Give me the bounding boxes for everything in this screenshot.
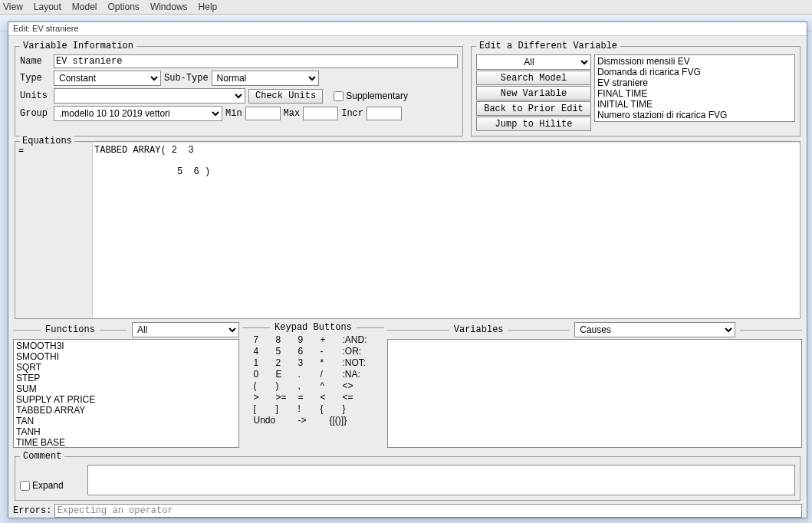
units-select[interactable] — [54, 88, 245, 104]
key-7[interactable]: 7 — [254, 334, 275, 345]
key-le[interactable]: <= — [343, 392, 373, 403]
group-label: Group — [20, 108, 51, 119]
list-item[interactable]: STEP — [15, 373, 238, 383]
key-or[interactable]: :OR: — [343, 346, 373, 357]
list-item[interactable]: SMOOTH3I — [15, 340, 238, 351]
subtype-select[interactable]: Normal — [212, 71, 319, 86]
list-item[interactable]: FINAL TIME — [596, 88, 794, 99]
key-3[interactable]: 3 — [298, 357, 320, 368]
key-star[interactable]: * — [321, 357, 342, 368]
menu-options[interactable]: Options — [108, 2, 140, 12]
key-eq[interactable]: = — [298, 392, 320, 403]
list-item[interactable]: SMOOTHI — [15, 351, 238, 362]
check-units-button[interactable]: Check Units — [248, 89, 323, 104]
list-item[interactable]: SQRT — [15, 362, 238, 373]
key-1[interactable]: 1 — [254, 357, 275, 368]
menu-windows[interactable]: Windows — [150, 2, 188, 12]
key-na[interactable]: :NA: — [343, 369, 373, 380]
incr-input[interactable] — [367, 107, 402, 120]
back-prior-edit-button[interactable]: Back to Prior Edit — [476, 101, 591, 116]
menu-view[interactable]: View — [3, 2, 23, 12]
units-label: Units — [20, 90, 51, 101]
type-select[interactable]: Constant — [54, 71, 161, 86]
key-rparen[interactable]: ) — [276, 380, 298, 391]
editdiff-filter-select[interactable]: All — [476, 54, 591, 70]
jump-hilite-button[interactable]: Jump to Hilite — [476, 117, 591, 131]
comment-fieldset: Comment Expand — [15, 451, 800, 501]
equations-textarea[interactable]: TABBED ARRAY( 2 3 5 6 ) — [92, 143, 800, 318]
list-item[interactable]: Dismissioni mensili EV — [596, 56, 794, 67]
functions-panel: Functions All SMOOTH3I SMOOTHI SQRT STEP… — [13, 322, 239, 448]
key-lbracket[interactable]: [ — [254, 403, 275, 414]
list-item[interactable]: EV straniere — [596, 77, 794, 88]
comment-textarea[interactable] — [87, 465, 795, 495]
key-5[interactable]: 5 — [276, 346, 298, 357]
list-item[interactable]: Numero stazioni di ricarica FVG — [596, 110, 794, 120]
max-label: Max — [284, 108, 301, 119]
min-input[interactable] — [245, 107, 281, 120]
variable-list[interactable]: Dismissioni mensili EV Domanda di ricari… — [594, 54, 795, 122]
menu-model[interactable]: Model — [72, 2, 97, 12]
edit-window: Edit: EV straniere Variable Information … — [8, 21, 807, 518]
functions-list[interactable]: SMOOTH3I SMOOTHI SQRT STEP SUM SUPPLY AT… — [13, 339, 239, 448]
group-select[interactable]: .modello 10 10 2019 vettori — [54, 106, 222, 121]
list-item[interactable]: TANH — [15, 426, 238, 437]
subtype-label: Sub-Type — [164, 73, 209, 84]
menu-layout[interactable]: Layout — [34, 2, 61, 12]
key-6[interactable]: 6 — [298, 346, 320, 357]
key-gt[interactable]: > — [254, 392, 275, 403]
key-rbrace[interactable]: } — [343, 403, 373, 414]
variable-information-fieldset: Variable Information Name Type Constant … — [15, 41, 463, 137]
key-2[interactable]: 2 — [276, 357, 298, 368]
key-rbracket[interactable]: ] — [276, 403, 298, 414]
key-ne[interactable]: <> — [343, 380, 373, 391]
list-item[interactable]: INITIAL TIME — [596, 99, 794, 110]
list-item[interactable]: TIME BASE — [15, 437, 238, 448]
causes-list[interactable] — [387, 339, 802, 448]
expand-checkbox[interactable]: Expand — [20, 480, 64, 491]
key-comma[interactable]: , — [298, 380, 320, 391]
keypad-panel: Keypad Buttons 789+:AND: 456-:OR: 123*:N… — [242, 322, 384, 448]
key-e[interactable]: E — [276, 369, 298, 380]
expand-check-input[interactable] — [20, 481, 30, 491]
key-lt[interactable]: < — [321, 392, 342, 403]
key-4[interactable]: 4 — [254, 346, 275, 357]
supplementary-check-input[interactable] — [334, 91, 344, 101]
list-item[interactable]: SUPPLY AT PRICE — [15, 394, 238, 405]
key-lbrace[interactable]: { — [321, 403, 342, 414]
max-input[interactable] — [303, 107, 338, 120]
variables-filter-select[interactable]: Causes — [574, 322, 735, 337]
type-label: Type — [20, 73, 51, 84]
key-0[interactable]: 0 — [254, 369, 275, 380]
edit-different-legend: Edit a Different Variable — [476, 41, 620, 51]
braces-button[interactable]: {[()]} — [330, 415, 373, 426]
supplementary-checkbox[interactable]: Supplementary — [334, 90, 408, 101]
menu-help[interactable]: Help — [199, 2, 218, 12]
search-model-button[interactable]: Search Model — [476, 71, 591, 85]
equations-sign: = — [15, 143, 92, 318]
functions-filter-select[interactable]: All — [132, 322, 239, 337]
key-not[interactable]: :NOT: — [343, 357, 373, 368]
key-plus[interactable]: + — [321, 334, 342, 345]
undo-button[interactable]: Undo — [254, 415, 298, 426]
key-bang[interactable]: ! — [298, 403, 320, 414]
key-and[interactable]: :AND: — [343, 334, 373, 345]
key-8[interactable]: 8 — [276, 334, 298, 345]
list-item[interactable]: TABBED ARRAY — [15, 405, 238, 416]
list-item[interactable]: Parco esistente EV FVG — [596, 120, 794, 122]
key-lparen[interactable]: ( — [254, 380, 275, 391]
list-item[interactable]: SUM — [15, 383, 238, 394]
key-minus[interactable]: - — [321, 346, 342, 357]
key-9[interactable]: 9 — [298, 334, 320, 345]
key-dot[interactable]: . — [298, 369, 320, 380]
list-item[interactable]: TAN — [15, 416, 238, 426]
arrow-button[interactable]: -> — [298, 415, 329, 426]
window-titlebar: Edit: EV straniere — [8, 22, 807, 36]
new-variable-button[interactable]: New Variable — [476, 86, 591, 100]
key-ge[interactable]: >= — [276, 392, 298, 403]
variables-panel: Variables Causes — [387, 322, 802, 448]
key-slash[interactable]: / — [321, 369, 342, 380]
list-item[interactable]: Domanda di ricarica FVG — [596, 67, 794, 77]
name-input[interactable] — [54, 54, 458, 68]
key-caret[interactable]: ^ — [321, 380, 342, 391]
